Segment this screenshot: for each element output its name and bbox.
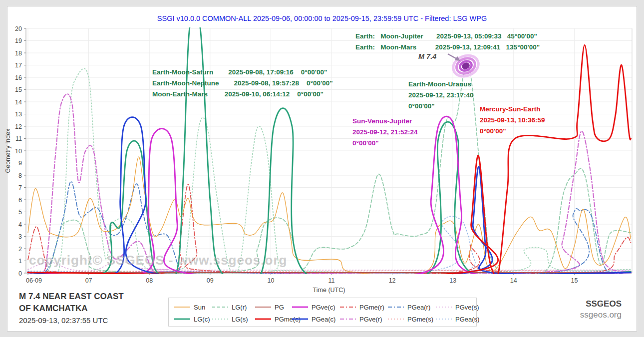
legend-label: PGve(s) [455, 304, 479, 311]
legend-swatch-PGea(c) [292, 317, 309, 322]
chart-title: SSGI v10.0.0 COMMON-ALL 2025-09-06, 00:0… [0, 14, 644, 22]
legend-item-PGme(s): PGme(s) [387, 316, 435, 323]
svg-text:18: 18 [15, 50, 22, 57]
legend-label: LG(r) [232, 304, 247, 311]
x-axis-title: Time (UTC) [313, 287, 345, 294]
legend-label: PGea(s) [455, 316, 479, 323]
annotation-line: 2025-09-12, 21:52:24 [352, 127, 418, 138]
legend-swatch-LG(c) [174, 317, 191, 322]
series-LG(s) [28, 68, 631, 284]
stage: 0123456789101112131415161718192006-09070… [0, 0, 644, 337]
svg-text:6: 6 [18, 197, 22, 204]
annotation-earth-moon-uranus: Earth-Moon-Uranus2025-09-12, 23:17:400°0… [408, 79, 474, 112]
legend-item-PGve(r): PGve(r) [339, 316, 387, 323]
legend-item-PGea(r): PGea(r) [387, 304, 435, 311]
svg-text:11: 11 [15, 135, 22, 142]
watermark: copyright© SSGEOS - www.ssgeos.org [29, 253, 287, 268]
annotation-magnitude-label: M 7.4 [418, 51, 436, 62]
legend-label: PGve(c) [312, 304, 335, 311]
annotation-line: 2025-09-12, 23:17:40 [408, 90, 474, 101]
svg-text:8: 8 [18, 172, 22, 179]
annotation-line: M 7.4 [418, 51, 436, 62]
legend-swatch-PGme(c) [255, 317, 272, 322]
svg-text:5: 5 [18, 209, 22, 216]
series-layer [28, 9, 631, 290]
legend-label: PGea(c) [312, 316, 335, 323]
legend-swatch-PGve(r) [339, 317, 356, 322]
earthquake-epicenter-icon [447, 50, 482, 82]
svg-text:1: 1 [18, 258, 22, 265]
svg-text:19: 19 [15, 37, 22, 44]
legend-item-LG(c): LG(c) [174, 316, 212, 323]
svg-text:15: 15 [571, 277, 578, 284]
legend-item-Sun: Sun [174, 304, 212, 311]
legend-label: PGve(r) [359, 316, 382, 323]
svg-text:17: 17 [15, 62, 22, 69]
legend-label: LG(c) [194, 316, 210, 323]
legend-swatch-Sun [174, 305, 191, 310]
legend-label: LG(s) [232, 316, 248, 323]
brand-block: SSGEOS ssgeos.org [519, 298, 622, 320]
legend-label: PGea(r) [407, 304, 430, 311]
legend-item-PGme(c): PGme(c) [255, 316, 292, 323]
legend-item-LG(s): LG(s) [212, 316, 255, 323]
svg-text:08: 08 [146, 277, 153, 284]
legend-swatch-PGea(s) [435, 317, 452, 322]
event-summary: M 7.4 NEAR EAST COAST OF KAMCHATKA 2025-… [19, 291, 124, 325]
brand-url: ssgeos.org [519, 310, 622, 320]
annotation-mercury-sun-earth: Mercury-Sun-Earth2025-09-13, 10:36:590°0… [480, 104, 545, 137]
svg-text:7: 7 [18, 184, 22, 191]
annotation-line: 2025-09-13, 10:36:59 [480, 115, 545, 126]
svg-text:20: 20 [15, 25, 22, 32]
legend-item-PGme(r): PGme(r) [339, 304, 387, 311]
svg-text:2: 2 [18, 246, 22, 253]
legend-label: Sun [194, 304, 205, 311]
legend-item-PG: PG [255, 304, 292, 311]
svg-text:11: 11 [328, 277, 335, 284]
legend-item-PGve(s): PGve(s) [435, 304, 480, 311]
legend-swatch-PG [255, 305, 272, 310]
svg-text:10: 10 [15, 148, 22, 155]
annotation-group-conjunctions: Earth-Moon-Saturn 2025-09-08, 17:09:16 0… [152, 67, 333, 100]
svg-text:9: 9 [18, 160, 22, 167]
legend-swatch-PGea(r) [387, 305, 404, 310]
brand-name: SSGEOS [519, 298, 622, 310]
annotation-earth-moon-jupiter: Earth: Moon-Jupiter 2025-09-13, 05:09:33… [355, 31, 537, 42]
svg-text:14: 14 [15, 99, 22, 106]
event-title-line2: OF KAMCHATKA [19, 303, 124, 315]
svg-text:0: 0 [18, 270, 22, 277]
annotation-line: Earth-Moon-Saturn 2025-09-08, 17:09:16 0… [152, 67, 333, 78]
svg-text:16: 16 [15, 74, 22, 81]
annotation-line: Mercury-Sun-Earth [480, 104, 545, 115]
annotation-line: 0°00'00" [352, 138, 418, 149]
legend-swatch-LG(r) [212, 305, 229, 310]
svg-text:06-09: 06-09 [26, 277, 42, 284]
legend-swatch-PGme(s) [387, 317, 404, 322]
annotation-line: Earth: Moon-Jupiter 2025-09-13, 05:09:33… [355, 31, 537, 42]
gridlines [26, 28, 632, 273]
legend-swatch-PGme(r) [339, 305, 356, 310]
legend-swatch-PGve(s) [435, 305, 452, 310]
legend-item-LG(r): LG(r) [212, 304, 255, 311]
legend-swatch-PGve(c) [292, 305, 309, 310]
ssgi-chart: 0123456789101112131415161718192006-09070… [0, 0, 644, 337]
annotation-line: Sun-Venus-Jupiter [352, 116, 418, 127]
legend: SunLG(r)PGPGve(c)PGme(r)PGea(r)PGve(s)LG… [168, 298, 477, 327]
svg-text:12: 12 [389, 277, 396, 284]
svg-text:4: 4 [18, 221, 22, 228]
svg-text:15: 15 [15, 86, 22, 93]
svg-text:12: 12 [15, 123, 22, 130]
annotation-line: Moon-Earth-Mars 2025-09-10, 06:14:12 0°0… [152, 89, 333, 100]
svg-text:07: 07 [85, 277, 92, 284]
legend-swatch-LG(s) [212, 317, 229, 322]
svg-text:14: 14 [510, 277, 517, 284]
legend-label: PGme(s) [407, 316, 433, 323]
svg-text:09: 09 [207, 277, 214, 284]
annotation-line: Earth-Moon-Neptune 2025-09-08, 19:57:28 … [152, 78, 333, 89]
svg-text:13: 13 [449, 277, 456, 284]
annotation-line: 0°00'00" [480, 126, 545, 137]
annotation-sun-venus-jupiter: Sun-Venus-Jupiter2025-09-12, 21:52:240°0… [352, 116, 418, 149]
event-title-line1: M 7.4 NEAR EAST COAST [19, 291, 124, 303]
legend-item-PGea(c): PGea(c) [292, 316, 339, 323]
legend-label: PGme(r) [359, 304, 384, 311]
